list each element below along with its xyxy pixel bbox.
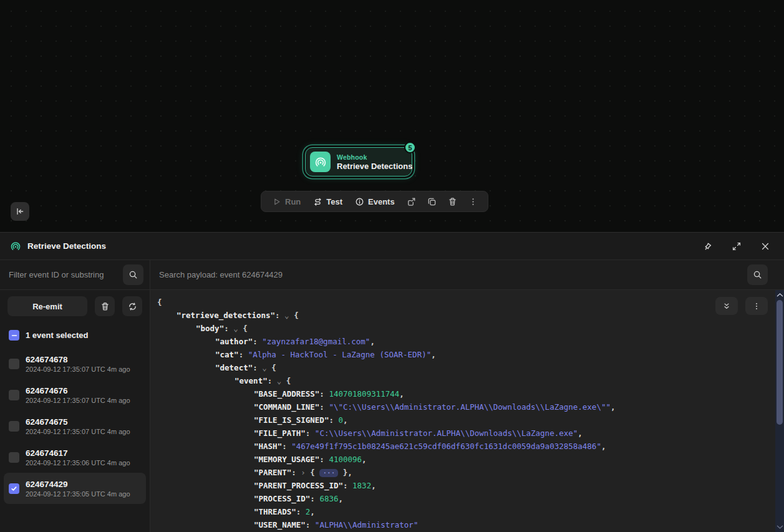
workflow-canvas[interactable]: Webhook Retrieve Detections 5 Run Test xyxy=(0,0,784,232)
collapse-chevron-icon[interactable]: ⌄ xyxy=(284,311,289,320)
events-button[interactable]: Events xyxy=(349,194,400,210)
payload-viewer: {"retrieve_detections": ⌄ {"body": ⌄ {"a… xyxy=(150,290,784,532)
rerun-export-button[interactable] xyxy=(402,194,421,210)
event-row[interactable]: 6246746782024-09-12 17:35:07 UTC 4m ago xyxy=(4,348,146,379)
webhook-icon xyxy=(310,152,331,172)
json-punctuation: : xyxy=(291,468,301,477)
json-number: 140701809311744 xyxy=(329,389,399,399)
event-row[interactable]: 6246744292024-09-12 17:35:05 UTC 4m ago xyxy=(4,473,146,504)
payload-scrollbar[interactable] xyxy=(775,290,784,532)
scroll-up-arrow-icon[interactable] xyxy=(777,290,783,299)
json-punctuation: : xyxy=(253,337,262,346)
event-checkbox[interactable] xyxy=(9,359,19,369)
event-checkbox[interactable] xyxy=(9,452,19,463)
json-punctuation: , xyxy=(310,507,315,516)
collapsed-object-ellipsis[interactable]: ··· xyxy=(319,469,338,477)
json-line: { xyxy=(150,296,784,309)
event-count-badge[interactable]: 5 xyxy=(404,142,416,153)
json-key: "cat" xyxy=(215,350,239,359)
json-punctuation: : xyxy=(319,402,329,412)
json-key: "THREADS" xyxy=(254,507,296,516)
event-checkbox[interactable] xyxy=(9,483,19,494)
node-type-label: Webhook xyxy=(337,153,412,161)
event-filter-input[interactable] xyxy=(9,270,118,279)
json-punctuation: : xyxy=(329,415,338,425)
refresh-icon xyxy=(128,302,137,311)
select-all-row: 1 event selected xyxy=(0,321,150,347)
event-id: 624674429 xyxy=(26,480,130,489)
json-punctuation: { xyxy=(281,376,291,385)
event-timestamp: 2024-09-12 17:35:07 UTC 4m ago xyxy=(26,397,130,404)
sidebar-actions: Re-emit xyxy=(0,290,150,321)
event-row[interactable]: 6246746762024-09-12 17:35:07 UTC 4m ago xyxy=(4,379,146,410)
search-icon xyxy=(128,270,138,279)
trash-icon xyxy=(448,197,457,206)
kebab-icon xyxy=(468,197,478,206)
more-options-button[interactable] xyxy=(463,194,483,210)
json-string: "C:\\Users\\Administrator.ALPHA\\Downloa… xyxy=(315,428,578,438)
json-punctuation: : xyxy=(319,455,329,464)
refresh-events-button[interactable] xyxy=(122,296,142,316)
node-toolbar: Run Test Events xyxy=(261,191,488,212)
json-punctuation: : xyxy=(224,324,233,333)
event-filter-box xyxy=(0,260,150,290)
json-string: "Alpha - HackTool - LaZagne (SOAR-EDR)" xyxy=(248,350,432,359)
collapse-chevron-icon[interactable]: ⌄ xyxy=(233,324,238,333)
json-key: "detect" xyxy=(215,363,253,372)
json-punctuation: , xyxy=(611,402,616,412)
event-checkbox[interactable] xyxy=(9,421,19,432)
json-punctuation: { xyxy=(289,311,299,320)
reemit-button[interactable]: Re-emit xyxy=(7,296,87,316)
event-checkbox[interactable] xyxy=(9,390,19,400)
scrollbar-thumb[interactable] xyxy=(777,300,783,425)
select-all-checkbox[interactable] xyxy=(9,330,19,341)
collapse-chevron-icon[interactable]: ⌄ xyxy=(262,363,267,372)
copy-icon xyxy=(427,197,437,206)
events-panel: Retrieve Detections xyxy=(0,232,784,532)
event-timestamp: 2024-09-12 17:35:05 UTC 4m ago xyxy=(26,490,130,498)
json-punctuation: , xyxy=(578,428,583,438)
close-panel-button[interactable] xyxy=(758,239,773,254)
event-row[interactable]: 6246746172024-09-12 17:35:06 UTC 4m ago xyxy=(4,442,146,473)
expand-all-button[interactable] xyxy=(715,297,738,315)
payload-search-button[interactable] xyxy=(747,264,768,285)
event-info: 6246746762024-09-12 17:35:07 UTC 4m ago xyxy=(26,386,130,404)
json-string: "467e49f1f795c1b08245ae621c59cdf06df630f… xyxy=(291,442,601,451)
json-line: "author": "zaynzafar18@gmail.com", xyxy=(150,335,784,348)
run-button[interactable]: Run xyxy=(266,194,306,210)
json-line: "HASH": "467e49f1f795c1b08245ae621c59cdf… xyxy=(150,440,784,453)
delete-button[interactable] xyxy=(443,194,462,210)
json-punctuation: : xyxy=(343,481,352,490)
payload-more-button[interactable] xyxy=(745,297,768,315)
workflow-app: Webhook Retrieve Detections 5 Run Test xyxy=(0,0,784,532)
payload-toolbar xyxy=(715,297,768,315)
json-punctuation: : xyxy=(268,376,277,385)
copy-button[interactable] xyxy=(422,194,442,210)
event-row[interactable]: 6246746752024-09-12 17:35:07 UTC 4m ago xyxy=(4,410,146,442)
scroll-down-arrow-icon[interactable] xyxy=(777,523,783,532)
webhook-node[interactable]: Webhook Retrieve Detections 5 xyxy=(305,147,412,177)
delete-events-button[interactable] xyxy=(95,296,115,316)
collapse-left-icon xyxy=(15,206,25,216)
json-payload: {"retrieve_detections": ⌄ {"body": ⌄ {"a… xyxy=(150,290,784,531)
pin-panel-button[interactable] xyxy=(700,239,715,254)
event-info: 6246746752024-09-12 17:35:07 UTC 4m ago xyxy=(26,417,130,435)
json-punctuation: : xyxy=(296,507,306,516)
info-icon xyxy=(355,197,364,206)
node-name-label: Retrieve Detections xyxy=(337,162,412,171)
json-key: "COMMAND_LINE" xyxy=(254,402,319,412)
filter-search-button[interactable] xyxy=(123,264,143,285)
expand-chevron-icon[interactable]: › xyxy=(301,468,306,477)
panel-body: Re-emit xyxy=(0,290,784,532)
json-punctuation: , xyxy=(601,442,606,451)
json-number: 4100096 xyxy=(329,455,362,464)
chevrons-down-icon xyxy=(722,302,731,311)
json-punctuation: { xyxy=(306,468,320,477)
collapse-panel-left-button[interactable] xyxy=(11,202,29,221)
test-button[interactable]: Test xyxy=(307,194,348,210)
json-punctuation: { xyxy=(267,363,276,372)
payload-search-input[interactable] xyxy=(159,270,742,279)
json-key: "FILE_IS_SIGNED" xyxy=(254,415,329,425)
expand-panel-button[interactable] xyxy=(729,239,744,254)
json-number: 6836 xyxy=(319,494,338,503)
